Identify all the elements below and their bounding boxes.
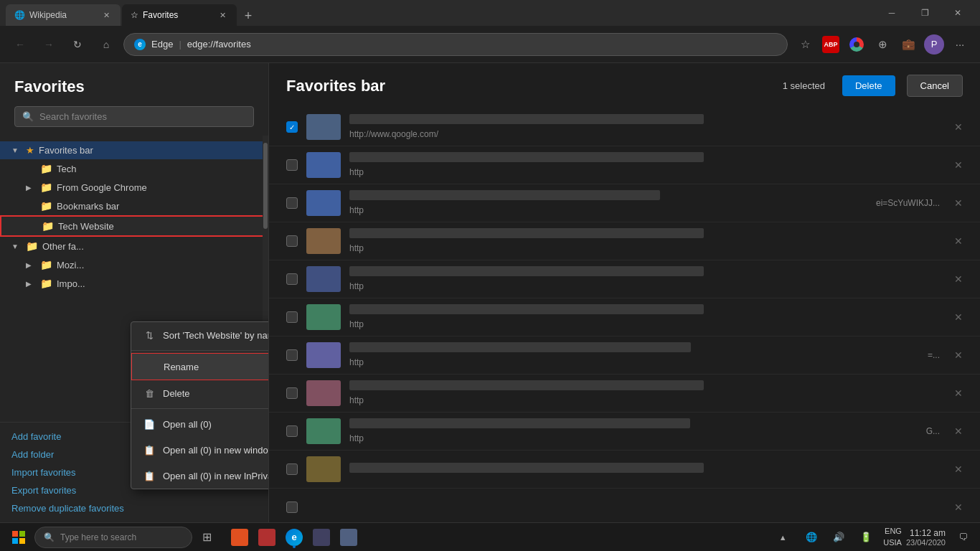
- tab-wikipedia-close[interactable]: ✕: [100, 9, 112, 21]
- ctx-open-all[interactable]: 📄 Open all (0): [131, 411, 269, 437]
- pinned-app-1[interactable]: [227, 524, 253, 550]
- fav-row-7[interactable]: http =... ✕: [269, 336, 980, 375]
- wallet-icon[interactable]: 💼: [897, 33, 920, 56]
- ctx-open-all-inprivate[interactable]: 📋 Open all (0) in new InPrivate window: [131, 463, 269, 489]
- fav-checkbox-5[interactable]: [286, 273, 298, 285]
- rename-icon: [143, 360, 156, 373]
- cancel-button[interactable]: Cancel: [907, 75, 963, 97]
- fav-row-1[interactable]: ✓ http://www.qoogle.com/ ✕: [269, 108, 980, 146]
- taskbar: 🔍 Type here to search ⊞ e ▲ 🌐 🔊 🔋: [0, 522, 980, 551]
- fav-row-11[interactable]: ✕: [269, 489, 980, 522]
- refresh-button[interactable]: ↻: [66, 33, 89, 56]
- delete-button[interactable]: Delete: [842, 75, 895, 96]
- pinned-app-4[interactable]: [308, 524, 334, 550]
- region-label: USIA: [883, 537, 902, 548]
- search-icon: 🔍: [22, 111, 34, 122]
- fav-checkbox-9[interactable]: [286, 425, 298, 437]
- fav-checkbox-11[interactable]: [286, 501, 298, 513]
- pinned-app-5[interactable]: [336, 524, 362, 550]
- ctx-open-all-new-window[interactable]: 📋 Open all (0) in new window: [131, 437, 269, 463]
- tree-item-bookmarks-bar[interactable]: 📁 Bookmarks bar: [0, 197, 268, 215]
- fav-checkbox-8[interactable]: [286, 387, 298, 399]
- abp-icon[interactable]: ABP: [819, 33, 842, 56]
- forward-button[interactable]: →: [37, 33, 60, 56]
- speaker-icon[interactable]: 🔊: [827, 526, 850, 549]
- fav-close-8[interactable]: ✕: [954, 387, 963, 399]
- tree-item-tech[interactable]: 📁 Tech: [0, 159, 268, 178]
- search-box[interactable]: 🔍 Search favorites: [14, 106, 254, 127]
- close-button[interactable]: ✕: [941, 0, 974, 26]
- taskbar-search[interactable]: 🔍 Type here to search: [34, 527, 192, 548]
- fav-checkbox-1[interactable]: ✓: [286, 121, 298, 133]
- folder-icon: 📁: [42, 220, 54, 232]
- fav-row-5[interactable]: http ✕: [269, 260, 980, 298]
- restore-button[interactable]: ❐: [908, 0, 941, 26]
- tab-favorites[interactable]: ☆ Favorites ✕: [122, 4, 237, 26]
- tab-wikipedia[interactable]: 🌐 Wikipedia ✕: [6, 4, 121, 26]
- fav-row-6[interactable]: http ✕: [269, 298, 980, 336]
- fav-url-right-9: G...: [926, 426, 940, 436]
- fav-close-11[interactable]: ✕: [954, 501, 963, 513]
- task-view-button[interactable]: ⊞: [195, 526, 218, 549]
- fav-close-6[interactable]: ✕: [954, 311, 963, 323]
- network-icon[interactable]: 🌐: [800, 526, 823, 549]
- fav-row-3[interactable]: http ei=ScYuWIKJJ... ✕: [269, 184, 980, 222]
- settings-more-button[interactable]: ···: [948, 33, 971, 56]
- ctx-rename[interactable]: Rename: [131, 353, 269, 380]
- folder-icon: 📁: [40, 200, 52, 212]
- address-input[interactable]: e Edge | edge://favorites: [123, 33, 788, 56]
- fav-checkbox-10[interactable]: [286, 463, 298, 475]
- favorites-list: ✓ http://www.qoogle.com/ ✕ http ✕: [269, 108, 980, 522]
- minimize-button[interactable]: ─: [875, 0, 908, 26]
- tree-item-imports[interactable]: ▶ 📁 Impo...: [0, 274, 268, 293]
- start-button[interactable]: [6, 524, 32, 550]
- home-button[interactable]: ⌂: [95, 33, 118, 56]
- fav-row-2[interactable]: http ✕: [269, 146, 980, 184]
- fav-close-10[interactable]: ✕: [954, 463, 963, 475]
- expand-arrow-icon: ▶: [26, 184, 36, 192]
- profile-avatar: P: [924, 34, 944, 55]
- fav-checkbox-3[interactable]: [286, 197, 298, 209]
- collections-icon[interactable]: ⊕: [871, 33, 894, 56]
- tree-item-favorites-bar[interactable]: ▼ ★ Favorites bar: [0, 141, 268, 159]
- ctx-delete[interactable]: 🗑 Delete: [131, 380, 269, 406]
- url-divider: |: [179, 39, 181, 50]
- tab-favorites-close[interactable]: ✕: [217, 9, 228, 21]
- fav-row-4[interactable]: http ✕: [269, 222, 980, 260]
- ctx-sort[interactable]: ⇅ Sort 'Tech Website' by name: [131, 322, 269, 348]
- fav-row-8[interactable]: http ✕: [269, 375, 980, 413]
- new-tab-button[interactable]: +: [238, 6, 258, 26]
- profile-icon[interactable]: P: [923, 33, 946, 56]
- fav-icon-6: [306, 304, 341, 330]
- fav-row-10[interactable]: ✕: [269, 451, 980, 489]
- fav-name-3: [349, 190, 660, 200]
- tree-item-other-favorites[interactable]: ▼ 📁 Other fa...: [0, 237, 268, 255]
- clock-area[interactable]: ENG USIA 11:12 am 23/04/2020: [883, 526, 946, 548]
- back-button[interactable]: ←: [9, 33, 32, 56]
- fav-checkbox-4[interactable]: [286, 235, 298, 247]
- fav-close-1[interactable]: ✕: [954, 121, 963, 133]
- chromium-icon[interactable]: [845, 33, 868, 56]
- fav-close-5[interactable]: ✕: [954, 273, 963, 285]
- battery-icon[interactable]: 🔋: [854, 526, 877, 549]
- fav-close-4[interactable]: ✕: [954, 235, 963, 247]
- tree-item-tech-website[interactable]: 📁 Tech Website: [0, 215, 268, 237]
- star-button[interactable]: ☆: [793, 33, 816, 56]
- remove-duplicates-link[interactable]: Remove duplicate favorites: [11, 503, 257, 514]
- fav-close-9[interactable]: ✕: [954, 425, 963, 437]
- fav-checkbox-7[interactable]: [286, 349, 298, 361]
- fav-row-9[interactable]: http G... ✕: [269, 413, 980, 451]
- pinned-app-3[interactable]: e: [281, 524, 307, 550]
- search-input[interactable]: Search favorites: [39, 111, 246, 122]
- fav-checkbox-6[interactable]: [286, 311, 298, 323]
- fav-close-2[interactable]: ✕: [954, 159, 963, 171]
- tree-item-from-google-chrome[interactable]: ▶ 📁 From Google Chrome: [0, 178, 268, 197]
- notifications-button[interactable]: 🗨: [951, 526, 974, 549]
- fav-checkbox-2[interactable]: [286, 159, 298, 171]
- open-all-private-icon: 📋: [143, 469, 156, 482]
- pinned-app-2[interactable]: [254, 524, 280, 550]
- fav-close-3[interactable]: ✕: [954, 197, 963, 209]
- fav-close-7[interactable]: ✕: [954, 349, 963, 361]
- tree-item-mozilla[interactable]: ▶ 📁 Mozi...: [0, 255, 268, 274]
- notification-up-icon[interactable]: ▲: [771, 526, 794, 549]
